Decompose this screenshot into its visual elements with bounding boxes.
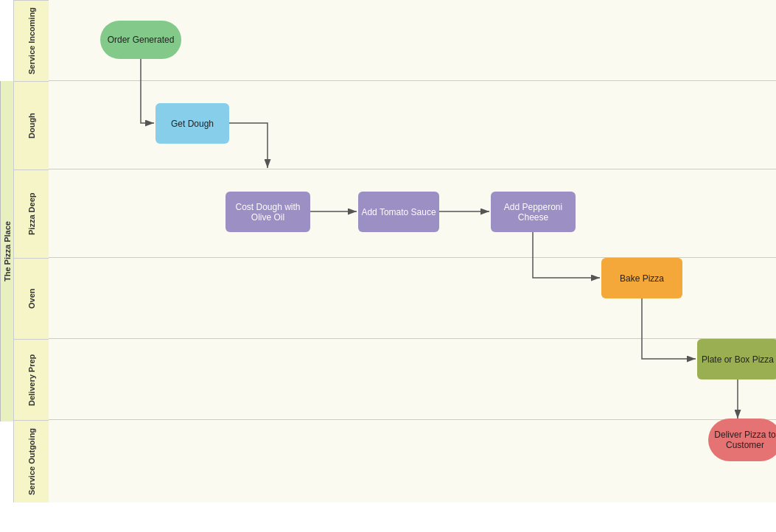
node-order-generated: Order Generated xyxy=(100,21,181,59)
lane-label-dough: Dough xyxy=(13,81,49,169)
lane-label-delivery-prep: Delivery Prep xyxy=(13,339,49,420)
lane-label-pizza-deep: Pizza Deep xyxy=(13,169,49,258)
node-add-tomato: Add Tomato Sauce xyxy=(358,192,439,232)
node-cost-dough: Cost Dough with Olive Oil xyxy=(226,192,310,232)
lane-delivery-prep xyxy=(49,339,776,420)
lane-label-service-incoming: Service Incoming xyxy=(13,0,49,81)
lane-label-oven: Oven xyxy=(13,258,49,339)
lanes-content: Order Generated Get Dough Cost Dough wit… xyxy=(49,0,776,532)
lanes-labels: Service Incoming Dough Pizza Deep Oven D… xyxy=(13,0,49,532)
outer-label: The Pizza Place xyxy=(0,81,13,421)
diagram-container: The Pizza Place Service Incoming Dough P… xyxy=(0,0,776,532)
node-plate-box: Plate or Box Pizza xyxy=(697,339,776,379)
node-add-pepperoni: Add Pepperoni Cheese xyxy=(491,192,576,232)
lane-service-outgoing xyxy=(49,420,776,503)
node-deliver: Deliver Pizza to Customer xyxy=(708,419,776,461)
node-bake-pizza: Bake Pizza xyxy=(601,258,682,298)
lane-label-service-outgoing: Service Outgoing xyxy=(13,420,49,503)
node-get-dough: Get Dough xyxy=(155,103,229,144)
